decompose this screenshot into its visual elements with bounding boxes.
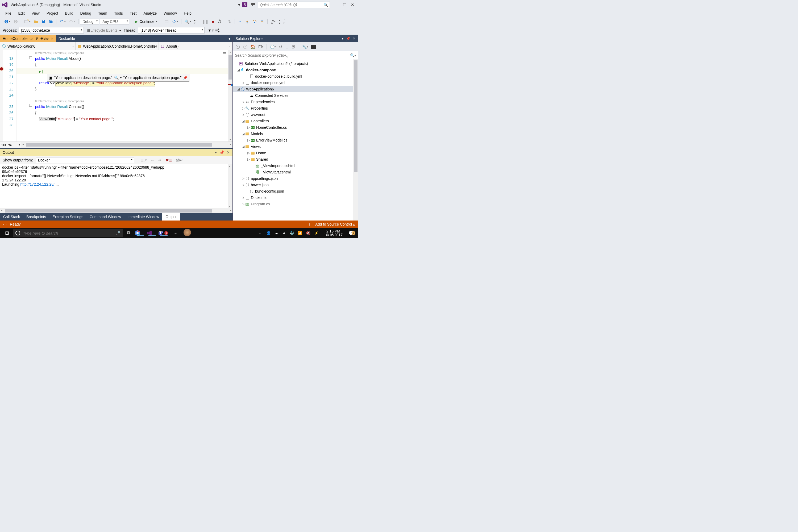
properties[interactable]: ▷🔧Properties xyxy=(233,105,358,111)
configuration-combo[interactable]: Debug xyxy=(80,19,99,24)
preview-icon[interactable]: 🗟 xyxy=(35,37,38,40)
chrome-icon[interactable] xyxy=(135,230,146,236)
thread-combo[interactable]: [1848] Worker Thread xyxy=(138,27,205,34)
menu-tools[interactable]: Tools xyxy=(111,10,126,17)
close-tab-icon[interactable]: ✕ xyxy=(51,37,53,40)
panel-pin-icon[interactable]: 📌 xyxy=(346,37,350,40)
output-source-combo[interactable]: Docker xyxy=(36,157,134,163)
file-bower[interactable]: ▷bower.json xyxy=(233,182,358,188)
visual-studio-icon[interactable] xyxy=(146,230,158,236)
output-vscrollbar[interactable]: ▴▾ xyxy=(228,164,232,208)
docker-tray-icon[interactable]: 🐳 xyxy=(289,231,294,235)
nav-back-icon[interactable] xyxy=(234,44,241,50)
intellitrace-button[interactable]: ∬▾ xyxy=(269,19,277,24)
solution-explorer-search[interactable]: 🔍▾ xyxy=(233,51,358,59)
file-dockerfile[interactable]: ▷Dockerfile xyxy=(233,194,358,201)
save-all-button[interactable] xyxy=(48,19,54,24)
menu-file[interactable]: File xyxy=(2,10,15,17)
stop-button[interactable]: ■ xyxy=(210,19,215,24)
file-homecontroller[interactable]: ▷C#HomeController.cs xyxy=(233,124,358,131)
file-bundleconfig[interactable]: bundleconfig.json xyxy=(233,188,358,194)
continue-button[interactable]: ▶Continue▾ xyxy=(133,19,159,24)
taskbar-search[interactable]: 🎤 xyxy=(13,229,123,237)
new-project-button[interactable]: ▾ xyxy=(23,19,32,24)
toolbar-overflow2-icon[interactable]: ▸▾ xyxy=(278,18,281,25)
show-next-statement-button[interactable]: → xyxy=(237,19,243,24)
flag-threads-icon[interactable]: ⚐ xyxy=(211,28,215,33)
restore-button[interactable]: ❐ xyxy=(341,2,348,7)
overflow-icon[interactable]: ︿ xyxy=(170,231,182,235)
class-combo[interactable]: WebApplication6.Controllers.HomeControll… xyxy=(76,42,159,50)
power-icon[interactable]: ⚡ xyxy=(314,231,319,235)
collapse-all-icon[interactable]: ⊟ xyxy=(284,44,290,50)
pending-changes-icon[interactable]: 🕓▾ xyxy=(269,44,277,50)
fold-icon[interactable]: − xyxy=(29,104,32,107)
nav-forward-icon[interactable] xyxy=(242,44,249,50)
tab-dockerfile[interactable]: Dockerfile xyxy=(56,35,78,42)
datatip-visualizer-icon[interactable]: 🔍 xyxy=(114,75,119,81)
panel-dropdown-icon[interactable]: ▾ xyxy=(215,150,217,155)
file-program[interactable]: ▷C#Program.cs xyxy=(233,201,358,207)
datatip-drop-icon[interactable]: ▾ xyxy=(120,75,121,81)
pause-button[interactable]: ❚❚ xyxy=(201,19,210,24)
browser-link-button[interactable] xyxy=(163,19,170,24)
step-into-button[interactable] xyxy=(244,19,251,24)
scope-icon[interactable]: 🗔▾ xyxy=(257,44,265,50)
panel-dropdown-icon[interactable]: ▾ xyxy=(342,37,343,40)
editor-scrollbar[interactable]: ▴ ▾ xyxy=(228,50,232,141)
action-center-icon[interactable]: 💬7 xyxy=(345,230,357,236)
task-view-icon[interactable]: ⧉ xyxy=(123,230,135,236)
flag-filter-icon[interactable]: ▼ xyxy=(208,28,211,33)
notification-count[interactable]: 5 xyxy=(242,2,247,7)
editor-hscrollbar[interactable]: ◂ ▸ xyxy=(21,142,232,148)
code-area[interactable]: − − 0 references | 0 requests | 0 except… xyxy=(17,50,228,141)
tab-call-stack[interactable]: Call Stack xyxy=(0,213,23,221)
dependencies[interactable]: ▷▪▪Dependencies xyxy=(233,99,358,105)
menu-help[interactable]: Help xyxy=(180,10,195,17)
publish-icon[interactable]: ↑ xyxy=(308,222,310,226)
project-webapplication6[interactable]: ◢WebApplication6 xyxy=(233,86,358,92)
redo-button[interactable]: ▾ xyxy=(68,19,76,24)
zoom-combo[interactable]: 100 %▾ xyxy=(0,143,21,147)
output-next-icon[interactable]: ⇥ xyxy=(156,157,162,163)
tab-command-window[interactable]: Command Window xyxy=(87,213,124,221)
preview-icon[interactable]: — xyxy=(310,44,318,50)
virus-icon[interactable]: 🖥 xyxy=(282,231,286,235)
nav-back-button[interactable]: ▾ xyxy=(3,19,12,24)
project-docker-compose[interactable]: ◢docker-compose xyxy=(233,67,358,73)
menu-test[interactable]: Test xyxy=(127,10,140,17)
menu-project[interactable]: Project xyxy=(43,10,61,17)
file-errorviewmodel[interactable]: ▷C#ErrorViewModel.cs xyxy=(233,137,358,144)
output-wrap-icon[interactable]: ab↵ xyxy=(174,157,185,163)
folder-shared[interactable]: ▷Shared xyxy=(233,156,358,163)
find-button[interactable]: 🔍▾ xyxy=(183,19,192,24)
teams-icon[interactable]: T1 xyxy=(158,230,170,236)
menu-edit[interactable]: Edit xyxy=(15,10,28,17)
output-url-link[interactable]: http://172.24.122.28/ xyxy=(20,182,55,187)
pin-icon[interactable]: �ické xyxy=(40,37,49,40)
scroll-left-icon[interactable]: ◂ xyxy=(1,209,2,212)
people-icon[interactable]: 👤 xyxy=(266,231,271,235)
split-icon[interactable] xyxy=(222,51,227,55)
toolbar-customize-icon[interactable]: ⋮▾ xyxy=(282,18,287,25)
menu-team[interactable]: Team xyxy=(95,10,110,17)
code-editor[interactable]: 18 19 20 21 22 23 24 25 26 27 28 − − 0 r… xyxy=(0,50,232,141)
refresh-button[interactable]: ↻ xyxy=(227,19,233,24)
folder-controllers[interactable]: ◢Controllers xyxy=(233,118,358,124)
avatar-icon[interactable] xyxy=(182,229,193,238)
fold-icon[interactable]: − xyxy=(29,56,32,59)
file-compose-yml[interactable]: ▷docker-compose.yml xyxy=(233,79,358,86)
scrollbar-thumb[interactable] xyxy=(228,55,232,79)
file-ci-build[interactable]: docker-compose.ci.build.yml xyxy=(233,73,358,79)
file-viewimports[interactable]: @_ViewImports.cshtml xyxy=(233,163,358,169)
notification-funnel-icon[interactable]: ▼ xyxy=(237,3,241,7)
panel-close-icon[interactable]: ✕ xyxy=(227,150,230,155)
source-control-button[interactable]: Add to Source Control ▴ xyxy=(315,222,355,226)
output-clear-icon[interactable]: ✖≣ xyxy=(165,157,173,163)
start-button[interactable]: ⊞ xyxy=(1,230,13,236)
toolbar2-overflow-icon[interactable]: ▸▾ xyxy=(218,27,220,33)
minimize-button[interactable]: — xyxy=(332,2,341,7)
scroll-up-icon[interactable]: ▴ xyxy=(228,51,232,54)
folder-home[interactable]: ▷Home xyxy=(233,150,358,156)
solution-search-input[interactable] xyxy=(235,53,350,57)
